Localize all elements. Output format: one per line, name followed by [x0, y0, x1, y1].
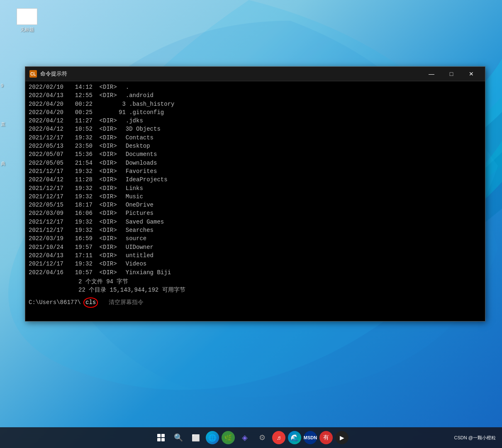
cmd-annotation-text: 清空屏幕指令	[109, 298, 144, 307]
cmd-line: 2022/04/16 10:57 <DIR> Yinxiang Biji	[29, 268, 482, 277]
cmd-command-highlighted: cls	[83, 297, 98, 307]
cmd-line: 2022/05/07 15:36 <DIR> Documents	[29, 150, 482, 158]
taskbar: 🔍 ⬜ 🌐 🌿 ◈ ⚙ ♬	[0, 427, 502, 448]
cmd-line: 2022/03/09 16:06 <DIR> Pictures	[29, 209, 482, 217]
cmd-line: 2022/05/15 18:17 <DIR> OneDrive	[29, 201, 482, 209]
taskbar-edge-button[interactable]: 🌊	[288, 431, 301, 444]
cmd-prompt-text: C:\Users\86177\	[29, 298, 81, 307]
taskbar-terminal-button[interactable]: ▶	[335, 431, 348, 444]
cmd-line: 2021/12/17 19:32 <DIR> Saved Games	[29, 218, 482, 226]
desktop-icon-label: 无标题	[20, 27, 34, 33]
cmd-line: 2022/04/12 11:28 <DIR> IdeaProjects	[29, 175, 482, 184]
cmd-line: 2021/10/24 19:57 <DIR> UIDowner	[29, 243, 482, 251]
cmd-line: 2022/04/20 00:22 3 .bash_history	[29, 100, 482, 108]
left-label-3: 典	[1, 161, 5, 167]
cmd-line: 2021/12/17 19:32 <DIR> Searches	[29, 226, 482, 234]
taskbar-search-button[interactable]: 🔍	[171, 430, 186, 445]
teams-icon: 🌿	[224, 434, 232, 442]
widgets-icon: 🌐	[208, 434, 217, 442]
taskbar-teams-button[interactable]: 🌿	[222, 431, 235, 444]
cmd-maximize-button[interactable]: □	[442, 67, 461, 81]
vs-icon: ◈	[242, 433, 248, 442]
taskbar-redapp-button[interactable]: 有	[319, 431, 333, 444]
cmd-line: 2021/12/17 19:32 <DIR> Contacts	[29, 134, 482, 142]
left-label-2: 直	[1, 121, 5, 127]
redapp-icon: 有	[323, 434, 329, 441]
cmd-minimize-button[interactable]: —	[422, 67, 441, 81]
left-sidebar-labels: 9 直 典	[1, 83, 5, 167]
cmd-window: CL 命令提示符 — □ ✕ 2022/02/10 14:12 <DIR> .2…	[25, 66, 485, 321]
summary-line-2: 22 个目录 15,143,944,192 可用字节	[29, 286, 482, 294]
taskbar-msdn-button[interactable]: MSDN	[304, 431, 317, 444]
left-label-1: 9	[1, 83, 5, 88]
cmd-content: 2022/02/10 14:12 <DIR> .2022/04/13 12:55…	[25, 81, 485, 321]
cmd-line: 2021/12/17 19:32 <DIR> Favorites	[29, 167, 482, 175]
cmd-line: 2022/02/10 14:12 <DIR> .	[29, 83, 482, 91]
cmd-close-button[interactable]: ✕	[462, 67, 481, 81]
cmd-line: 2022/04/20 00:25 91 .gitconfig	[29, 108, 482, 117]
cmd-line: 2022/04/12 11:27 <DIR> .jdks	[29, 117, 482, 125]
edge-icon: 🌊	[290, 434, 299, 442]
cmd-line: 2022/05/05 21:54 <DIR> Downloads	[29, 159, 482, 167]
cmd-line: 2022/05/13 23:50 <DIR> Desktop	[29, 142, 482, 150]
cmd-line: 2021/12/17 19:32 <DIR> Music	[29, 192, 482, 201]
cmd-annotation	[100, 298, 106, 307]
summary-line-1: 2 个文件 94 字节	[29, 278, 482, 286]
desktop-icon-image	[17, 8, 37, 25]
taskbar-music-button[interactable]: ♬	[272, 431, 285, 444]
search-icon: 🔍	[174, 433, 183, 442]
cmd-prompt-line: C:\Users\86177\cls 清空屏幕指令	[29, 297, 482, 307]
terminal-icon: ▶	[340, 434, 344, 441]
windows-icon	[157, 434, 165, 441]
cmd-line: 2022/04/13 17:11 <DIR> untitled	[29, 251, 482, 260]
cmd-line: 2021/12/17 19:32 <DIR> Links	[29, 184, 482, 192]
cmd-summary: 2 个文件 94 字节 22 个目录 15,143,944,192 可用字节	[29, 278, 482, 295]
taskbar-settings-button[interactable]: ⚙	[255, 430, 270, 445]
cmd-line: 2022/04/13 12:55 <DIR> .android	[29, 91, 482, 100]
taskview-icon: ⬜	[192, 434, 200, 442]
taskbar-right: CSDN @一颗小橙粒	[454, 435, 496, 441]
cmd-line: 2022/03/19 16:59 <DIR> source	[29, 234, 482, 243]
cmd-title: 命令提示符	[40, 70, 422, 78]
cmd-icon: CL	[29, 70, 37, 78]
settings-icon: ⚙	[259, 433, 266, 442]
cmd-output-lines: 2022/02/10 14:12 <DIR> .2022/04/13 12:55…	[29, 83, 482, 277]
msdn-icon: MSDN	[304, 435, 317, 440]
taskbar-vs-button[interactable]: ◈	[237, 430, 252, 445]
cmd-line: 2021/12/17 19:32 <DIR> Videos	[29, 260, 482, 268]
cmd-titlebar: CL 命令提示符 — □ ✕	[25, 67, 485, 81]
taskbar-right-text: CSDN @一颗小橙粒	[454, 435, 496, 441]
cmd-line: 2022/04/12 10:52 <DIR> 3D Objects	[29, 125, 482, 133]
cmd-controls: — □ ✕	[422, 67, 481, 81]
desktop: 无标题 9 直 典 CL 命令提示符 — □ ✕ 2022/02/10 14:1…	[0, 0, 502, 448]
taskbar-start-button[interactable]	[154, 430, 168, 445]
desktop-icon[interactable]: 无标题	[12, 8, 41, 33]
taskbar-taskview-button[interactable]: ⬜	[188, 430, 203, 445]
music-icon: ♬	[277, 434, 281, 441]
taskbar-widgets-button[interactable]: 🌐	[206, 431, 219, 444]
taskbar-center: 🔍 ⬜ 🌐 🌿 ◈ ⚙ ♬	[154, 430, 348, 445]
